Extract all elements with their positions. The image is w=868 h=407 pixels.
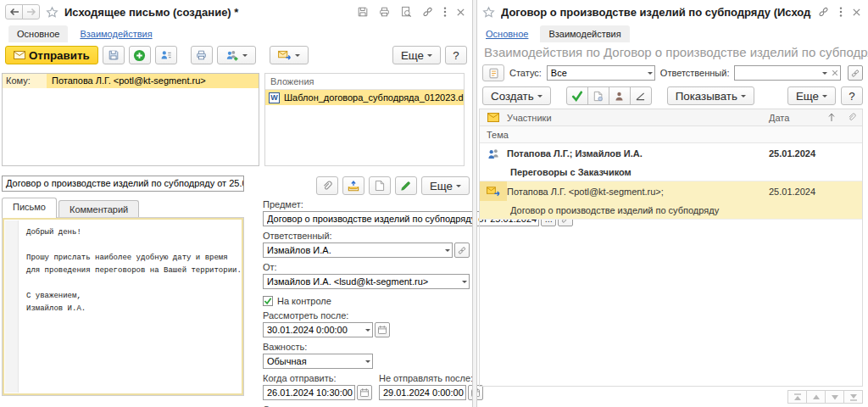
more-menu-icon[interactable]	[443, 6, 447, 18]
link-icon[interactable]	[421, 6, 434, 18]
sort-ascending-icon[interactable]	[823, 113, 840, 122]
interaction-type-buttons	[566, 86, 652, 105]
interaction-row-outgoing-email[interactable]: Потапова Л.Г. <potl@kt-segment.ru>; 25.0…	[480, 181, 862, 220]
more-button[interactable]: Еще	[392, 46, 441, 64]
row-topic: Переговоры с Заказчиком	[480, 163, 862, 181]
participant-button[interactable]	[609, 86, 631, 105]
tab-main[interactable]: Основное	[486, 25, 528, 42]
load-file-button[interactable]	[342, 176, 364, 195]
go-to-bottom-button[interactable]	[843, 390, 863, 404]
status-select[interactable]: Все	[547, 65, 655, 81]
forward-letter-button[interactable]	[270, 46, 309, 64]
type-column-header[interactable]	[480, 109, 507, 125]
tab-interactions[interactable]: Взаимодействия	[540, 25, 629, 42]
print-icon[interactable]	[378, 6, 391, 18]
date-column-header[interactable]: Дата	[769, 113, 823, 123]
print-button[interactable]	[191, 46, 213, 64]
new-document-button[interactable]	[369, 176, 391, 195]
create-based-on-button[interactable]	[129, 46, 151, 64]
on-control-checkbox[interactable]	[263, 296, 273, 306]
contacts-button[interactable]	[155, 46, 177, 64]
letter-body-editor[interactable]: Добрый день! Прошу прислать наиболее удо…	[2, 217, 244, 396]
letter-properties-column: Еще Предмет: Договор о производстве изде…	[263, 176, 470, 407]
dropdown-caret[interactable]	[445, 249, 450, 254]
send-button[interactable]: Отправить	[5, 46, 98, 64]
subject-line-input[interactable]: Договор о производстве изделий по субпод…	[2, 176, 244, 192]
paperclip-icon	[847, 113, 856, 122]
responsible-filter-input[interactable]	[734, 65, 841, 81]
dropdown-caret[interactable]	[365, 360, 370, 365]
to-value[interactable]: Потапова Л.Г. <potl@kt-segment.ru>	[47, 74, 259, 88]
close-icon[interactable]	[456, 8, 465, 17]
envelope-icon	[14, 51, 25, 59]
not-after-row: 29.01.2024 0:00:00	[379, 385, 483, 400]
dropdown-caret[interactable]	[648, 72, 653, 77]
tab-letter[interactable]: Письмо	[2, 198, 57, 218]
interaction-row-meeting[interactable]: Потапова Л.Г.; Измайлов И.А. 25.01.2024 …	[480, 143, 862, 181]
attach-file-button[interactable]	[316, 176, 338, 195]
show-filter-button[interactable]: Показывать	[667, 86, 754, 105]
not-after-label: Не отправлять после:	[379, 373, 483, 383]
help-button[interactable]: ?	[445, 46, 467, 64]
recipient-row[interactable]: Кому: Потапова Л.Г. <potl@kt-segment.ru>	[3, 74, 259, 88]
clear-icon[interactable]	[832, 70, 838, 76]
mark-done-button[interactable]	[566, 86, 588, 105]
from-input[interactable]: Измайлов И.А. <lsud@kt-segment.ru>	[263, 274, 470, 289]
review-after-row: 30.01.2024 0:00:00	[263, 322, 390, 337]
save-button[interactable]	[103, 46, 125, 64]
document-action-button[interactable]	[587, 86, 609, 105]
edit-button[interactable]	[395, 176, 417, 195]
tab-comment[interactable]: Комментарий	[58, 200, 139, 218]
favorite-star-icon[interactable]	[482, 6, 495, 19]
attachment-column-header[interactable]	[840, 113, 862, 122]
save-icon[interactable]	[357, 6, 369, 18]
participants-menu-button[interactable]	[217, 46, 256, 64]
tab-main[interactable]: Основное	[8, 25, 68, 42]
calendar-button[interactable]	[357, 385, 372, 400]
right-window-header: Договор о производстве изделий по субпод…	[477, 0, 868, 22]
list-form-icon	[488, 68, 499, 79]
forward-button[interactable]	[22, 4, 40, 20]
topic-band: Тема	[480, 126, 862, 143]
close-icon[interactable]	[852, 8, 861, 17]
open-link-button[interactable]	[848, 65, 863, 81]
letter-body-text[interactable]: Добрый день! Прошу прислать наиболее удо…	[26, 226, 240, 315]
dropdown-caret[interactable]	[365, 329, 370, 334]
list-settings-button[interactable]	[482, 64, 504, 81]
send-when-row: 26.01.2024 10:30:00	[263, 385, 372, 400]
arrow-up-icon	[828, 113, 835, 122]
preview-icon[interactable]	[400, 6, 412, 18]
attachment-item[interactable]: W Шаблон_договора_субподряда_012023.docx…	[265, 90, 464, 105]
link-icon[interactable]	[817, 6, 830, 18]
status-label: Статус:	[509, 68, 542, 78]
on-control-row: На контроле	[263, 296, 470, 306]
open-link-button[interactable]	[454, 243, 470, 258]
move-down-button[interactable]	[825, 390, 844, 404]
on-control-label: На контроле	[277, 296, 331, 306]
calendar-icon	[377, 325, 387, 335]
calendar-button[interactable]	[375, 322, 390, 337]
subject-label: Предмет:	[263, 199, 470, 209]
dropdown-caret[interactable]	[822, 72, 827, 77]
go-to-top-button[interactable]	[787, 390, 807, 404]
responsible-input[interactable]: Измайлов И.А.	[263, 243, 453, 258]
send-when-input[interactable]: 26.01.2024 10:30:00	[263, 385, 355, 400]
left-window-icons	[357, 6, 465, 18]
more-menu-icon[interactable]	[839, 6, 843, 18]
favorite-star-icon[interactable]	[46, 6, 58, 19]
help-button[interactable]: ?	[841, 86, 863, 105]
tab-interactions[interactable]: Взаимодействия	[80, 25, 152, 42]
create-button[interactable]: Создать	[482, 86, 551, 105]
participants-column-header[interactable]: Участники	[507, 113, 769, 123]
review-after-input[interactable]: 30.01.2024 0:00:00	[263, 322, 373, 337]
dropdown-caret[interactable]	[462, 281, 467, 286]
subject-field-row: Договор о производстве изделий по субпод…	[263, 211, 470, 226]
interactions-window: Договор о производстве изделий по субпод…	[477, 0, 868, 407]
more-button[interactable]: Еще	[787, 86, 836, 105]
back-button[interactable]	[5, 4, 23, 20]
importance-input[interactable]: Обычная	[263, 354, 373, 369]
not-after-input[interactable]: 29.01.2024 0:00:00	[379, 385, 466, 400]
move-up-button[interactable]	[806, 390, 826, 404]
attachments-more-button[interactable]: Еще	[421, 176, 470, 195]
angle-button[interactable]	[630, 86, 652, 105]
